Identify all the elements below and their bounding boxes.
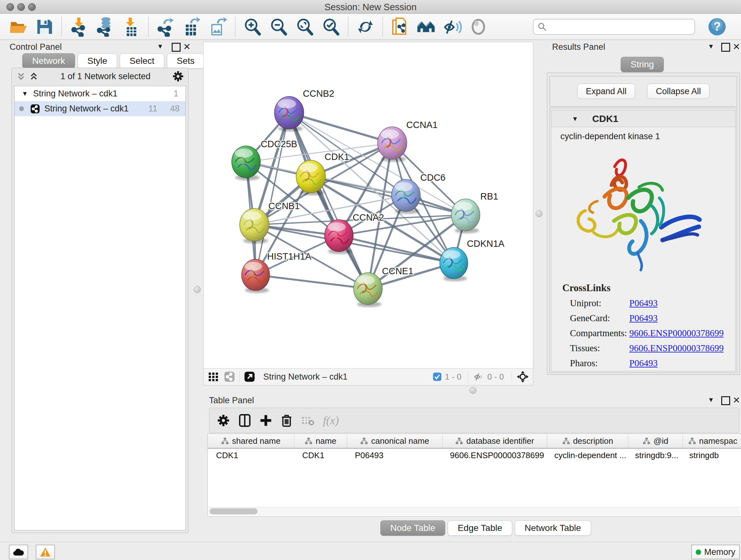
plus-icon <box>260 414 272 427</box>
left-splitter-handle[interactable] <box>194 286 201 293</box>
collapse-all-networks-icon[interactable] <box>29 71 39 81</box>
node-CCNA1[interactable]: CCNA1 <box>378 120 437 162</box>
network-canvas[interactable]: CCNB2CCNA1CDC25BCDK1CDC6RB1CCNB1CCNA2CDK… <box>203 42 533 369</box>
network-collection-row[interactable]: ▼ String Network – cdk1 1 <box>15 86 185 101</box>
protein-section-header[interactable]: ▼ CDK1 <box>551 110 736 127</box>
column-header-shared-name[interactable]: shared name <box>208 434 294 449</box>
network-birdseye-icon[interactable] <box>224 371 235 382</box>
node-label-CDK1: CDK1 <box>325 152 349 162</box>
export-table-button[interactable] <box>182 17 202 37</box>
protein-expander-icon[interactable]: ▼ <box>572 115 578 123</box>
hidden-eye-slash-icon[interactable] <box>473 372 484 381</box>
delete-columns-button[interactable] <box>281 414 292 427</box>
search-input[interactable] <box>547 21 694 32</box>
scrollbar-thumb[interactable] <box>210 508 258 514</box>
import-database-icon <box>96 17 114 37</box>
crosslink-value-link[interactable]: P06493 <box>629 313 658 323</box>
control-panel-maximize-icon[interactable] <box>172 43 181 52</box>
collapse-all-button[interactable]: Collapse All <box>647 84 710 99</box>
control-panel-close-icon[interactable]: ✕ <box>183 42 191 52</box>
export-table-icon <box>183 17 201 37</box>
column-header-@id[interactable]: @id <box>628 434 683 449</box>
tab-edge-table[interactable]: Edge Table <box>448 520 512 536</box>
create-column-button[interactable] <box>260 414 272 427</box>
table-panel-close-icon[interactable]: ✕ <box>733 395 740 406</box>
column-header-description[interactable]: description <box>547 434 628 449</box>
glass-ball-icon <box>470 18 487 36</box>
tab-network[interactable]: Network <box>22 53 75 69</box>
node-RB1[interactable]: RB1 <box>451 191 498 233</box>
crosslink-value-link[interactable]: P06493 <box>629 358 658 368</box>
warning-triangle-icon <box>40 547 51 557</box>
tab-select[interactable]: Select <box>120 53 164 69</box>
node-CCNB2[interactable]: CCNB2 <box>274 88 334 132</box>
results-panel-close-icon[interactable]: ✕ <box>733 42 740 52</box>
grid-view-icon[interactable] <box>208 371 219 382</box>
column-header-name[interactable]: name <box>294 434 347 449</box>
clone-network-button[interactable] <box>390 17 410 37</box>
network-row[interactable]: String Network – cdk1 11 48 <box>15 101 185 116</box>
bottom-splitter-handle[interactable] <box>469 387 476 394</box>
expand-all-networks-icon[interactable] <box>16 71 26 81</box>
network-node-count: 11 <box>148 104 157 114</box>
table-row[interactable]: CDK1CDK1P064939606.ENSP00000378699cyclin… <box>208 449 741 462</box>
edge-ccnb2-ccne1[interactable] <box>289 113 368 289</box>
detach-view-icon[interactable] <box>244 371 255 382</box>
table-panel-maximize-icon[interactable] <box>721 396 730 405</box>
save-session-button[interactable] <box>35 17 54 37</box>
memory-button[interactable]: Memory <box>691 545 740 559</box>
control-panel-float-icon[interactable]: ▼ <box>157 43 163 50</box>
edge-ccnb2-hist1h1a[interactable] <box>256 113 289 275</box>
export-network-button[interactable] <box>156 17 176 37</box>
table-panel-float-icon[interactable]: ▼ <box>708 396 714 403</box>
tab-node-table[interactable]: Node Table <box>381 520 445 536</box>
import-network-file-button[interactable] <box>69 17 89 37</box>
tab-style[interactable]: Style <box>77 53 117 69</box>
results-tab-string[interactable]: String <box>621 57 664 72</box>
warnings-button[interactable] <box>36 545 55 559</box>
expand-all-button[interactable]: Expand All <box>577 84 635 99</box>
collection-expander-icon[interactable]: ▼ <box>22 90 28 98</box>
refresh-button[interactable] <box>355 17 375 37</box>
network-options-gear-icon[interactable] <box>172 71 184 82</box>
zoom-fit-button[interactable] <box>295 17 315 37</box>
edge-ccnb2-ccna1[interactable] <box>289 113 392 143</box>
table-options-button[interactable] <box>217 414 230 427</box>
right-splitter-handle[interactable] <box>536 210 542 217</box>
crosslink-value-link[interactable]: P06493 <box>629 298 658 308</box>
help-button[interactable]: ? <box>707 17 727 37</box>
hide-glass-ball-button[interactable] <box>442 17 462 37</box>
cloud-status-button[interactable] <box>9 545 28 559</box>
crosslink-value-link[interactable]: 9606.ENSP00000378699 <box>629 343 724 354</box>
import-table-button[interactable] <box>121 17 141 37</box>
column-header-namespac[interactable]: namespac <box>683 434 741 449</box>
open-session-button[interactable] <box>8 17 28 37</box>
control-panel-title: Control Panel <box>10 42 62 52</box>
crosslink-value-link[interactable]: 9606.ENSP00000378699 <box>629 328 724 338</box>
show-columns-button[interactable] <box>239 414 251 427</box>
search-icon <box>537 22 547 32</box>
import-network-from-database-button[interactable] <box>95 17 115 37</box>
column-header-database-identifier[interactable]: database identifier <box>443 434 547 449</box>
results-panel-float-icon[interactable]: ▼ <box>708 43 714 50</box>
zoom-selected-button[interactable] <box>321 17 341 37</box>
node-HIST1H1A[interactable]: HIST1H1A <box>242 251 312 293</box>
table-cell: cyclin-dependent ... <box>546 449 627 462</box>
results-panel-maximize-icon[interactable] <box>721 43 730 52</box>
node-CDKN1A[interactable]: CDKN1A <box>440 239 504 281</box>
houses-icon <box>416 17 436 36</box>
tab-network-table[interactable]: Network Table <box>515 520 591 536</box>
node-table[interactable]: shared namenamecanonical namedatabase id… <box>207 434 741 516</box>
show-glass-ball-button[interactable] <box>468 17 488 37</box>
zoom-out-button[interactable] <box>269 17 288 37</box>
table-horizontal-scrollbar[interactable] <box>208 507 740 516</box>
tab-sets[interactable]: Sets <box>167 53 205 69</box>
string-home-button[interactable] <box>416 17 436 37</box>
fit-content-crosshair-icon[interactable] <box>516 370 529 383</box>
selected-checkbox-icon[interactable] <box>433 372 442 381</box>
export-image-button[interactable] <box>208 17 228 37</box>
node-CCNE1[interactable]: CCNE1 <box>354 266 413 307</box>
zoom-in-button[interactable] <box>243 17 262 37</box>
edge-hist1h1a-ccne1[interactable] <box>256 275 368 289</box>
column-header-canonical-name[interactable]: canonical name <box>347 434 443 449</box>
